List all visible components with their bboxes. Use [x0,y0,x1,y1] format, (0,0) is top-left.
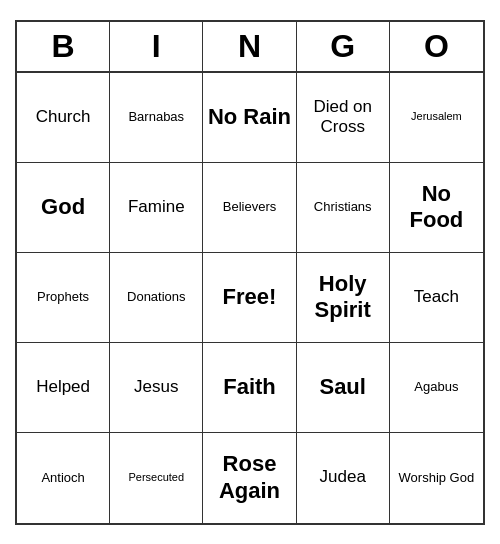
cell-text: Famine [128,197,185,217]
cell-text: Judea [320,467,366,487]
cell-text: No Food [394,181,479,234]
bingo-header: BINGO [17,22,483,73]
bingo-cell: Christians [297,163,390,253]
cell-text: Helped [36,377,90,397]
bingo-cell: Jerusalem [390,73,483,163]
cell-text: Prophets [37,289,89,305]
bingo-cell: Holy Spirit [297,253,390,343]
bingo-cell: Famine [110,163,203,253]
bingo-cell: No Food [390,163,483,253]
header-letter: G [297,22,390,71]
cell-text: Saul [319,374,365,400]
cell-text: Jesus [134,377,178,397]
header-letter: N [203,22,296,71]
bingo-cell: Judea [297,433,390,523]
cell-text: Persecuted [128,471,184,484]
header-letter: B [17,22,110,71]
cell-text: Teach [414,287,459,307]
bingo-cell: Antioch [17,433,110,523]
cell-text: Rose Again [207,451,291,504]
bingo-card: BINGO ChurchBarnabasNo RainDied on Cross… [15,20,485,525]
header-letter: I [110,22,203,71]
bingo-cell: Barnabas [110,73,203,163]
cell-text: Worship God [399,470,475,486]
bingo-cell: Free! [203,253,296,343]
bingo-cell: Prophets [17,253,110,343]
cell-text: Agabus [414,379,458,395]
cell-text: No Rain [208,104,291,130]
bingo-cell: Agabus [390,343,483,433]
cell-text: Church [36,107,91,127]
cell-text: Died on Cross [301,97,385,138]
bingo-cell: Saul [297,343,390,433]
cell-text: God [41,194,85,220]
bingo-cell: Jesus [110,343,203,433]
bingo-cell: Church [17,73,110,163]
bingo-cell: Helped [17,343,110,433]
bingo-cell: Worship God [390,433,483,523]
bingo-cell: Faith [203,343,296,433]
bingo-cell: Believers [203,163,296,253]
bingo-cell: Teach [390,253,483,343]
cell-text: Faith [223,374,276,400]
bingo-cell: No Rain [203,73,296,163]
cell-text: Barnabas [128,109,184,125]
bingo-cell: Donations [110,253,203,343]
cell-text: Free! [223,284,277,310]
bingo-cell: Rose Again [203,433,296,523]
cell-text: Antioch [41,470,84,486]
cell-text: Donations [127,289,186,305]
header-letter: O [390,22,483,71]
bingo-cell: Persecuted [110,433,203,523]
cell-text: Jerusalem [411,110,462,123]
bingo-cell: Died on Cross [297,73,390,163]
cell-text: Believers [223,199,276,215]
cell-text: Christians [314,199,372,215]
bingo-cell: God [17,163,110,253]
bingo-grid: ChurchBarnabasNo RainDied on CrossJerusa… [17,73,483,523]
cell-text: Holy Spirit [301,271,385,324]
